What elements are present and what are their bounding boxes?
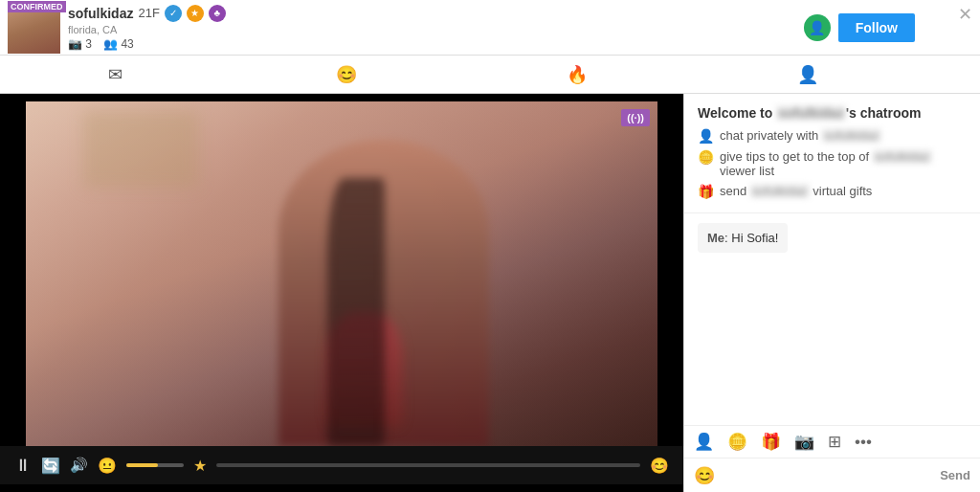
video-controls: ⏸ 🔄 🔊 😐 ★ 😊 [0,446,683,484]
private-chat-icon: 👤 [698,128,714,144]
top-bar: CONFIRMED sofulkidaz 21F ✓ ★ ♣ florida, … [0,0,980,56]
more-toolbar-button[interactable]: ••• [855,433,872,452]
volume-icon: 🔊 [70,457,88,474]
video-container: ((·)) [26,101,657,446]
verified-badge-icon: ✓ [165,5,182,22]
icon-bar: ✉ 😊 🔥 👤 [0,56,980,94]
streamer-name-private: sofulkidaz [822,128,881,143]
star-icon: ★ [193,457,207,475]
user-icon: 👤 [809,20,825,35]
private-chat-text: chat privately with sofulkidaz [720,128,881,143]
streamer-age: 21F [138,6,159,20]
gift-toolbar-button[interactable]: 🎁 [761,432,781,452]
chat-header: Welcome to sofulkidaz's chatroom 👤 chat … [684,94,980,213]
chat-toolbar: 👤 🪙 🎁 📷 ⊞ ••• [684,425,980,458]
volume-fill [126,463,158,467]
video-stream [26,101,657,446]
coins-toolbar-button[interactable]: 🪙 [727,432,747,452]
refresh-button[interactable]: 🔄 [41,457,60,475]
streamer-name-tips: sofulkidaz [873,149,932,164]
main-content: ((·)) ⏸ 🔄 🔊 😐 ★ 😊 Welcome to sofulkidaz'… [0,94,980,492]
grid-toolbar-button[interactable]: ⊞ [828,432,841,452]
streamer-location: florida, CA [68,24,804,35]
streamer-name-row: sofulkidaz 21F ✓ ★ ♣ [68,5,804,22]
hd-badge: ((·)) [621,109,650,126]
photo-count: 📷 3 [68,37,92,51]
chat-title: Welcome to sofulkidaz's chatroom [698,105,967,121]
streamer-name: sofulkidaz [68,6,133,21]
emoji-picker-button[interactable]: 😊 [694,465,715,486]
volume-slider[interactable] [126,463,184,467]
message-icon-btn[interactable]: ✉ [0,64,231,85]
message-sender: Me [707,231,724,245]
confirmed-badge: CONFIRMED [8,1,66,12]
emoji-sad-icon[interactable]: 😐 [98,457,117,475]
chat-input-row: 😊 Send [684,458,980,492]
chat-messages: Me: Hi Sofia! [684,213,980,425]
chat-feature-tips: 🪙 give tips to get to the top of sofulki… [698,149,967,178]
avatar-area: CONFIRMED [8,1,60,54]
streamer-stats: 📷 3 👥 43 [68,37,804,51]
add-user-icon-btn[interactable]: 👤 [692,64,923,85]
video-area: ((·)) ⏸ 🔄 🔊 😐 ★ 😊 [0,94,683,492]
follower-count: 👥 43 [103,37,134,51]
chat-input-field[interactable] [721,464,934,486]
chat-message: Me: Hi Sofia! [698,223,788,253]
close-button[interactable]: ✕ [958,4,972,25]
profile-icon[interactable]: 👤 [804,14,831,41]
send-button[interactable]: Send [940,468,970,482]
gifts-text: send sofulkidaz virtual gifts [720,184,872,198]
coins-icon: 🪙 [698,149,714,165]
rating-bar[interactable] [216,463,640,467]
gift-icon: 🎁 [698,184,714,199]
chat-feature-private: 👤 chat privately with sofulkidaz [698,128,967,144]
chat-panel: Welcome to sofulkidaz's chatroom 👤 chat … [683,94,980,492]
emoji-happy-icon[interactable]: 😊 [650,457,669,475]
fire-icon-btn[interactable]: 🔥 [461,64,692,85]
chat-title-prefix: Welcome to [698,105,776,121]
tips-text: give tips to get to the top of sofulkida… [720,149,967,178]
camera-toolbar-button[interactable]: 📷 [794,432,814,452]
award-badge-icon: ★ [187,5,204,22]
chat-feature-gifts: 🎁 send sofulkidaz virtual gifts [698,184,967,199]
streamer-info: sofulkidaz 21F ✓ ★ ♣ florida, CA 📷 3 👥 4… [68,5,804,51]
play-pause-button[interactable]: ⏸ [14,456,32,476]
message-text: Hi Sofia! [731,231,778,245]
chat-title-suffix: 's chatroom [846,105,922,121]
streamer-name-chat: sofulkidaz [776,105,845,121]
user-toolbar-button[interactable]: 👤 [694,432,714,452]
emoji-icon-btn[interactable]: 😊 [231,64,461,85]
streamer-name-gifts: sofulkidaz [750,184,810,198]
follow-button[interactable]: Follow [838,13,915,42]
rank-badge-icon: ♣ [209,5,226,22]
